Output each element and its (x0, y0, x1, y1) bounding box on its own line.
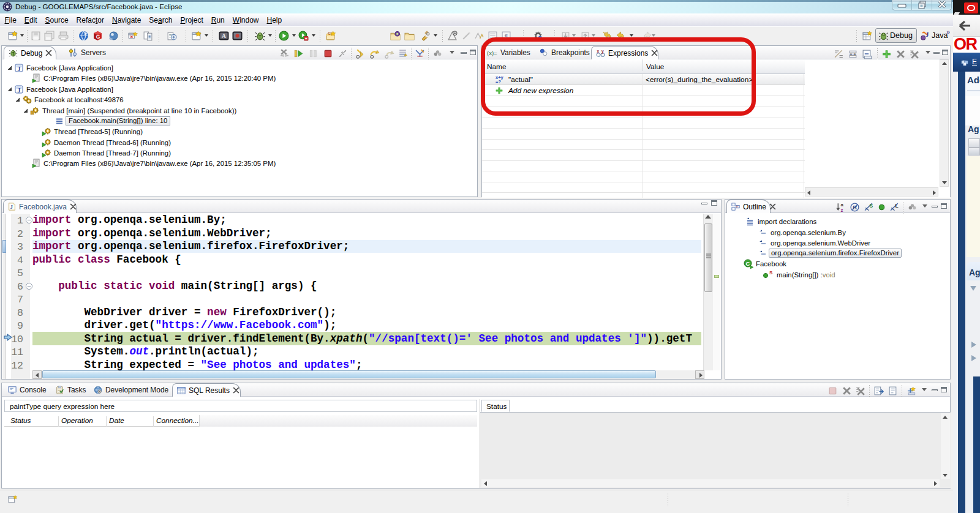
svg-text:J: J (926, 31, 929, 38)
svg-text:A: A (222, 32, 226, 39)
svg-text:z: z (841, 208, 843, 212)
svg-text:J: J (18, 86, 21, 93)
svg-text:S: S (870, 203, 873, 209)
svg-text:J: J (10, 204, 13, 210)
svg-text:C: C (746, 260, 750, 267)
svg-text:L: L (895, 203, 899, 209)
svg-text:S: S (769, 270, 773, 275)
svg-text:G: G (96, 34, 100, 40)
svg-text:R: R (853, 204, 857, 211)
svg-text:J: J (18, 65, 21, 72)
